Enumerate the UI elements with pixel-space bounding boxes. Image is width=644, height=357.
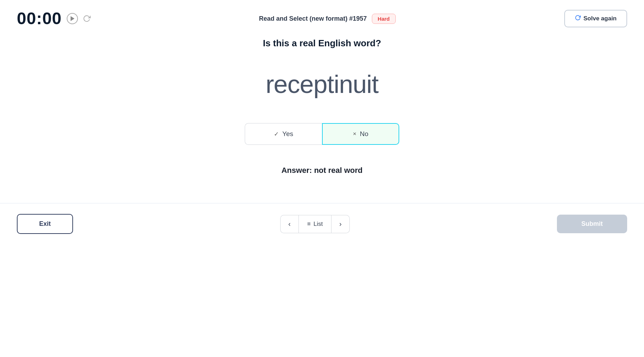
answer-buttons: ✓ Yes × No — [245, 123, 399, 145]
prev-icon: ‹ — [288, 220, 291, 228]
difficulty-badge: Hard — [372, 14, 396, 24]
list-label: List — [314, 221, 323, 228]
submit-button[interactable]: Submit — [557, 215, 627, 233]
solve-again-icon — [575, 15, 581, 22]
navigation-section: ‹ ≡ List › — [280, 215, 350, 233]
timer-section: 00:00 — [17, 10, 91, 27]
no-label: No — [360, 130, 368, 138]
play-button[interactable] — [67, 13, 78, 24]
exit-button[interactable]: Exit — [17, 214, 73, 234]
answer-result: Answer: not real word — [281, 166, 362, 175]
solve-again-label: Solve again — [584, 15, 617, 22]
list-button[interactable]: ≡ List — [298, 215, 331, 233]
word-display: receptinuit — [265, 70, 378, 99]
yes-button[interactable]: ✓ Yes — [245, 123, 322, 145]
solve-again-button[interactable]: Solve again — [564, 10, 627, 27]
xmark-icon: × — [353, 130, 356, 137]
exercise-title: Read and Select (new format) #1957 — [259, 15, 367, 22]
list-icon: ≡ — [307, 221, 311, 228]
next-icon: › — [339, 220, 342, 228]
checkmark-icon: ✓ — [274, 130, 279, 138]
next-button[interactable]: › — [331, 215, 350, 233]
timer-display: 00:00 — [17, 10, 62, 27]
no-button[interactable]: × No — [322, 123, 399, 145]
svg-marker-0 — [71, 16, 74, 21]
title-section: Read and Select (new format) #1957 Hard — [91, 14, 564, 24]
prev-button[interactable]: ‹ — [280, 215, 298, 233]
refresh-timer-button[interactable] — [83, 15, 91, 22]
yes-label: Yes — [282, 130, 293, 138]
main-content: Is this a real English word? receptinuit… — [0, 34, 644, 203]
header: 00:00 Read and Select (new format) #1957… — [0, 0, 644, 34]
question-text: Is this a real English word? — [263, 38, 381, 49]
divider — [0, 203, 644, 203]
footer: Exit ‹ ≡ List › Submit — [0, 214, 644, 234]
